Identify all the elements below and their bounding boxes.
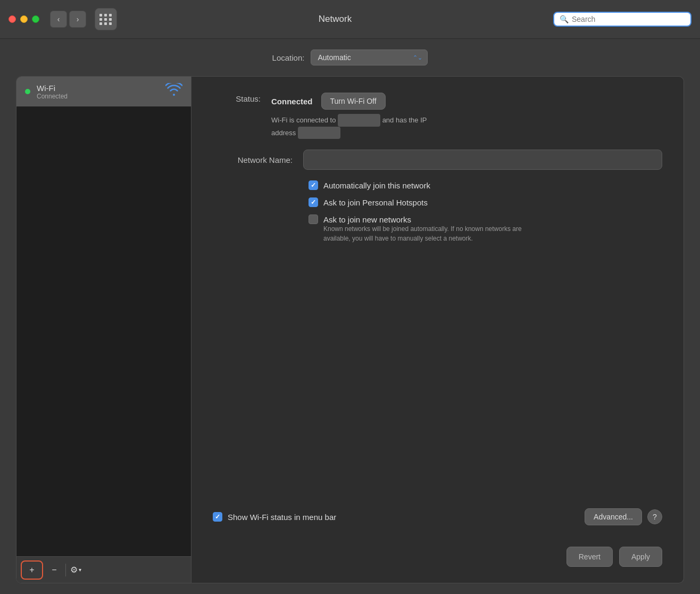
auto-join-label: Automatically join this network bbox=[323, 181, 430, 190]
action-buttons: Revert Apply bbox=[213, 536, 662, 567]
location-label: Location: bbox=[272, 53, 305, 62]
checkboxes-section: ✓ Automatically join this network ✓ Ask … bbox=[213, 180, 662, 243]
main-content: Location: Automatic Wi-Fi Connected bbox=[0, 39, 700, 594]
sidebar-item-info: Wi-Fi Connected bbox=[37, 84, 159, 100]
search-bar[interactable]: 🔍 bbox=[553, 12, 691, 27]
personal-hotspot-row[interactable]: ✓ Ask to join Personal Hotspots bbox=[309, 197, 662, 207]
apply-button[interactable]: Apply bbox=[619, 547, 662, 567]
help-button[interactable]: ? bbox=[647, 509, 662, 524]
traffic-lights bbox=[9, 15, 39, 23]
personal-hotspot-label: Ask to join Personal Hotspots bbox=[323, 198, 428, 207]
close-button[interactable] bbox=[9, 15, 16, 23]
new-networks-hint: Known networks will be joined automatica… bbox=[309, 224, 548, 243]
gear-chevron-icon: ▾ bbox=[79, 567, 81, 573]
minimize-button[interactable] bbox=[20, 15, 28, 23]
location-bar: Location: Automatic bbox=[16, 50, 684, 65]
location-select-wrapper: Automatic bbox=[311, 50, 428, 65]
remove-network-button[interactable]: − bbox=[43, 560, 65, 580]
auto-join-checkbox[interactable]: ✓ bbox=[309, 180, 318, 190]
gear-menu-button[interactable]: ⚙ ▾ bbox=[66, 563, 86, 577]
location-select[interactable]: Automatic bbox=[311, 50, 428, 65]
status-desc-prefix: Wi-Fi is connected to bbox=[271, 116, 336, 124]
sidebar-empty-area bbox=[16, 106, 191, 556]
checkmark-icon: ✓ bbox=[311, 182, 316, 189]
nav-buttons: ‹ › bbox=[50, 11, 86, 28]
titlebar: ‹ › Network 🔍 bbox=[0, 0, 700, 39]
checkmark-icon-3: ✓ bbox=[215, 513, 220, 521]
panels: Wi-Fi Connected + − bbox=[16, 76, 684, 583]
status-description: Wi-Fi is connected to and has the IP add… bbox=[271, 114, 662, 139]
search-icon: 🔍 bbox=[560, 15, 569, 23]
grid-icon bbox=[99, 14, 112, 25]
maximize-button[interactable] bbox=[32, 15, 39, 23]
sidebar: Wi-Fi Connected + − bbox=[16, 76, 191, 583]
new-networks-row[interactable]: Ask to join new networks bbox=[309, 214, 662, 224]
ip-address-blurred bbox=[298, 127, 340, 139]
status-desc-address-label: address bbox=[271, 129, 298, 137]
revert-button[interactable]: Revert bbox=[566, 547, 613, 567]
status-desc-middle: and has the IP bbox=[382, 116, 427, 124]
new-networks-label: Ask to join new networks bbox=[323, 215, 411, 224]
new-networks-section: Ask to join new networks Known networks … bbox=[309, 214, 662, 243]
show-wifi-checkbox[interactable]: ✓ bbox=[213, 512, 222, 522]
sidebar-item-name: Wi-Fi bbox=[37, 84, 159, 93]
grid-button[interactable] bbox=[95, 8, 117, 30]
bottom-right: Advanced... ? bbox=[585, 508, 662, 525]
bottom-bar: ✓ Show Wi-Fi status in menu bar Advanced… bbox=[213, 503, 662, 525]
show-wifi-row[interactable]: ✓ Show Wi-Fi status in menu bar bbox=[213, 512, 336, 522]
sidebar-toolbar: + − ⚙ ▾ bbox=[16, 556, 191, 583]
network-name-label: Network Name: bbox=[213, 155, 293, 164]
status-field-label: Status: bbox=[213, 93, 261, 103]
turn-wifi-off-button[interactable]: Turn Wi-Fi Off bbox=[321, 93, 386, 110]
network-name-input[interactable] bbox=[303, 150, 662, 170]
advanced-button[interactable]: Advanced... bbox=[585, 508, 642, 525]
show-wifi-label: Show Wi-Fi status in menu bar bbox=[228, 513, 336, 522]
checkmark-icon-2: ✓ bbox=[311, 199, 316, 206]
connection-status-dot bbox=[25, 89, 30, 94]
status-connected-row: Connected Turn Wi-Fi Off bbox=[271, 93, 662, 110]
forward-button[interactable]: › bbox=[69, 11, 86, 28]
wifi-icon bbox=[165, 83, 182, 100]
network-name-row: Network Name: bbox=[213, 150, 662, 170]
right-panel: Status: Connected Turn Wi-Fi Off Wi-Fi i… bbox=[191, 76, 684, 583]
new-networks-checkbox[interactable] bbox=[309, 214, 318, 224]
window-title: Network bbox=[123, 14, 547, 24]
back-button[interactable]: ‹ bbox=[50, 11, 67, 28]
personal-hotspot-checkbox[interactable]: ✓ bbox=[309, 197, 318, 207]
status-value: Connected bbox=[271, 97, 313, 106]
sidebar-item-wifi[interactable]: Wi-Fi Connected bbox=[16, 77, 191, 106]
spacer bbox=[213, 254, 662, 492]
gear-icon: ⚙ bbox=[70, 565, 78, 575]
search-input[interactable] bbox=[572, 15, 678, 23]
status-row: Status: Connected Turn Wi-Fi Off Wi-Fi i… bbox=[213, 93, 662, 139]
network-name-blurred bbox=[338, 114, 380, 127]
add-network-button[interactable]: + bbox=[21, 560, 43, 580]
auto-join-row[interactable]: ✓ Automatically join this network bbox=[309, 180, 662, 190]
status-content: Connected Turn Wi-Fi Off Wi-Fi is connec… bbox=[271, 93, 662, 139]
sidebar-item-status: Connected bbox=[37, 93, 159, 100]
